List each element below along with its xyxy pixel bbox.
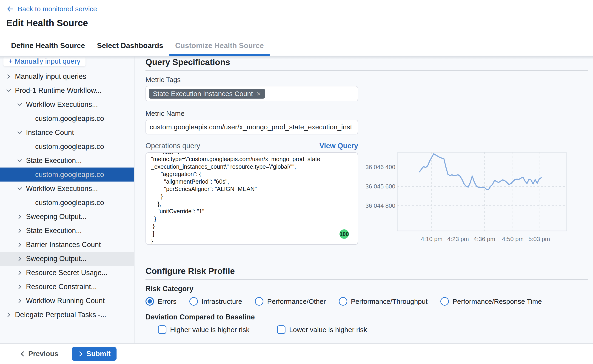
metric-preview-chart: 36 046 40036 045 60036 044 8004:10 pm4:2… (366, 152, 578, 244)
chevron-down-icon[interactable] (16, 185, 23, 192)
chevron-down-icon[interactable] (5, 87, 12, 94)
tree-item-resource-constraint[interactable]: Resource Constraint... (0, 280, 134, 294)
chevron-right-icon[interactable] (16, 213, 23, 220)
chevron-down-icon[interactable] (16, 101, 23, 108)
plot-area (398, 153, 567, 231)
tree-item-prod-1-runtime-workflow[interactable]: Prod-1 Runtime Workflow... (0, 83, 134, 98)
chevron-right-icon (78, 351, 84, 357)
tree-item-label: State Execution... (26, 227, 82, 235)
x-axis-tick-label: 4:50 pm (502, 235, 524, 242)
risk-category-option-errors[interactable]: Errors (145, 297, 176, 306)
tree-item-sweeping-output[interactable]: Sweeping Output... (0, 210, 134, 224)
tree-item-label: custom.googleapis.co (35, 114, 104, 123)
chevron-right-icon[interactable] (16, 297, 23, 304)
x-axis-tick-label: 5:03 pm (528, 235, 550, 242)
chip-remove-icon[interactable]: × (256, 90, 261, 98)
view-query-link[interactable]: View Query (319, 142, 358, 150)
query-code-line: "aggregation": { (151, 170, 352, 178)
risk-category-label: Risk Category (145, 285, 588, 293)
risk-category-option-infrastructure[interactable]: Infrastructure (189, 297, 242, 306)
tree-item-state-execution[interactable]: State Execution... (0, 154, 134, 168)
risk-category-option-performance-other[interactable]: Performance/Other (255, 297, 326, 306)
chevron-right-icon[interactable] (16, 255, 23, 262)
x-axis-tick-label: 4:10 pm (421, 235, 443, 242)
metric-tree: Manually input queriesProd-1 Runtime Wor… (0, 69, 134, 322)
radio-icon[interactable] (255, 297, 263, 306)
tree-item-workflow-executions[interactable]: Workflow Executions... (0, 182, 134, 195)
chevron-down-icon[interactable] (16, 129, 23, 136)
radio-icon[interactable] (339, 297, 347, 306)
operations-query-editor[interactable]: "filter" :"metric.type=\"custom.googleap… (145, 152, 358, 245)
back-link[interactable]: Back to monitored service (6, 5, 97, 13)
tree-item-barrier-instances-count[interactable]: Barrier Instances Count (0, 238, 134, 252)
tree-item-label: Barrier Instances Count (26, 240, 101, 249)
metric-tags-input[interactable]: State Execution Instances Count × (145, 86, 358, 101)
tree-item-label: custom.googleapis.co (35, 170, 104, 179)
tree-item-label: Resource Secret Usage... (26, 269, 108, 277)
configure-risk-heading: Configure Risk Profile (145, 266, 588, 276)
tree-item-custom-googleapis-co[interactable]: custom.googleapis.co (0, 195, 134, 210)
metric-tags-label: Metric Tags (145, 76, 588, 84)
content-area: + Manually input query Manually input qu… (0, 56, 593, 343)
deviation-option-higher-value-is-higher-risk[interactable]: Higher value is higher risk (158, 325, 249, 334)
checkbox-label: Lower value is higher risk (289, 326, 367, 334)
tree-item-custom-googleapis-co[interactable]: custom.googleapis.co (0, 139, 134, 154)
chevron-right-icon[interactable] (5, 311, 12, 318)
metric-chart-container: 36 046 40036 045 60036 044 8004:10 pm4:2… (366, 152, 578, 245)
tab-customize-health-source[interactable]: Customize Health Source (175, 35, 264, 56)
tree-item-resource-secret-usage[interactable]: Resource Secret Usage... (0, 266, 134, 280)
deviation-option-lower-value-is-higher-risk[interactable]: Lower value is higher risk (277, 325, 367, 334)
checkbox-icon[interactable] (277, 325, 286, 334)
tree-item-manually-input-queries[interactable]: Manually input queries (0, 69, 134, 83)
tab-bar: Define Health SourceSelect DashboardsCus… (0, 35, 593, 56)
tree-item-sweeping-output[interactable]: Sweeping Output... (0, 252, 134, 266)
deviation-label: Deviation Compared to Baseline (145, 313, 588, 321)
radio-icon[interactable] (189, 297, 198, 306)
radio-icon[interactable] (440, 297, 449, 306)
metric-tag-chip: State Execution Instances Count × (149, 89, 265, 99)
chevron-right-icon[interactable] (16, 269, 23, 276)
previous-button[interactable]: Previous (20, 350, 58, 358)
chevron-right-icon[interactable] (5, 73, 12, 80)
tree-item-workflow-running-count[interactable]: Workflow Running Count (0, 294, 134, 308)
risk-category-option-performance-throughput[interactable]: Performance/Throughput (339, 297, 428, 306)
query-and-chart-row: "filter" :"metric.type=\"custom.googleap… (145, 152, 588, 245)
tree-item-state-execution[interactable]: State Execution... (0, 224, 134, 238)
tab-define-health-source[interactable]: Define Health Source (11, 35, 85, 56)
tree-item-label: Manually input queries (15, 72, 86, 81)
radio-selected-icon[interactable] (145, 297, 154, 306)
submit-button-label: Submit (86, 350, 111, 358)
submit-button[interactable]: Submit (72, 347, 117, 361)
y-axis-tick-label: 36 044 800 (366, 202, 395, 209)
query-code-line: } (151, 222, 352, 230)
chevron-down-icon[interactable] (16, 157, 23, 164)
query-specifications-heading: Query Specifications (145, 58, 588, 67)
tree-item-delegate-perpetual-tasks[interactable]: Delegate Perpetual Tasks -... (0, 308, 134, 322)
tree-item-custom-googleapis-co[interactable]: custom.googleapis.co (0, 168, 134, 182)
previous-button-label: Previous (28, 350, 58, 358)
query-code-line: _execution_instances_count\" resource.ty… (151, 163, 352, 170)
chevron-right-icon[interactable] (16, 227, 23, 234)
chevron-right-icon[interactable] (16, 283, 23, 290)
tree-item-instance-count[interactable]: Instance Count (0, 125, 134, 139)
tree-item-label: Sweeping Output... (26, 213, 87, 221)
query-code-line: ] (151, 230, 352, 237)
tree-item-label: Delegate Perpetual Tasks -... (15, 311, 106, 319)
tree-item-workflow-executions[interactable]: Workflow Executions... (0, 98, 134, 111)
checkbox-icon[interactable] (158, 325, 166, 334)
metric-tag-chip-label: State Execution Instances Count (153, 90, 253, 98)
section-divider (145, 279, 588, 280)
tab-select-dashboards[interactable]: Select Dashboards (97, 35, 163, 56)
risk-category-option-performance-response-time[interactable]: Performance/Response Time (440, 297, 542, 306)
deviation-options: Higher value is higher riskLower value i… (158, 325, 588, 334)
tree-item-label: Workflow Executions... (26, 100, 98, 109)
tree-item-label: Workflow Executions... (26, 184, 98, 193)
metric-name-input[interactable] (145, 120, 358, 134)
operations-query-label: Operations query (145, 142, 200, 150)
add-manual-query-button[interactable]: + Manually input query (3, 57, 85, 66)
arrow-left-icon (6, 5, 14, 13)
sidebar: + Manually input query Manually input qu… (0, 56, 134, 343)
tree-item-custom-googleapis-co[interactable]: custom.googleapis.co (0, 111, 134, 125)
chevron-right-icon[interactable] (16, 241, 23, 248)
query-code-line: }, (151, 200, 352, 208)
